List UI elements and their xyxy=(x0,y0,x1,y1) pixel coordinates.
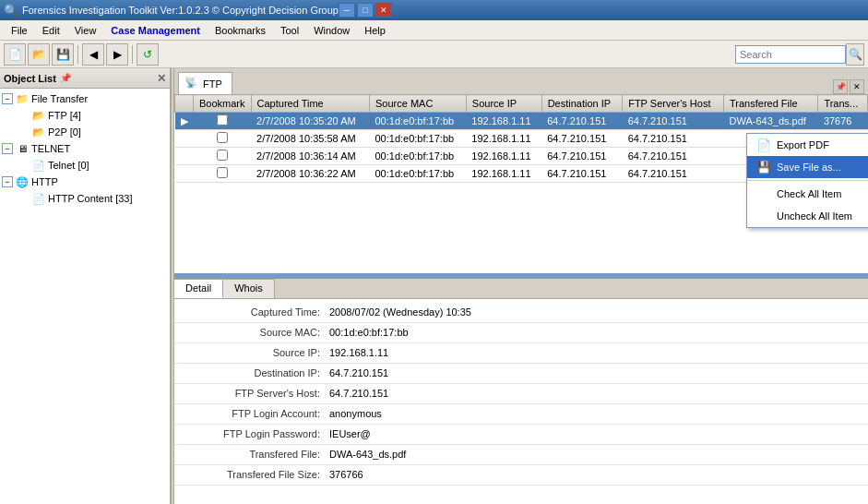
tab-whois[interactable]: Whois xyxy=(223,279,275,298)
detail-label: FTP Login Account: xyxy=(182,408,329,420)
tree-icon: 📁 xyxy=(15,91,30,106)
expand-btn[interactable]: − xyxy=(2,93,13,104)
ctx-check-all[interactable]: Check All Item xyxy=(747,183,868,205)
menu-edit[interactable]: Edit xyxy=(35,23,67,38)
detail-label: Captured Time: xyxy=(182,306,329,318)
bookmark-checkbox[interactable] xyxy=(217,167,228,178)
detail-tabs: Detail Whois xyxy=(174,279,868,299)
tree-label: File Transfer xyxy=(31,93,88,104)
bookmark-cell[interactable] xyxy=(194,148,252,165)
menu-tool[interactable]: Tool xyxy=(273,23,306,38)
pdf-icon: 📄 xyxy=(755,138,773,152)
col-dest-ip[interactable]: Destination IP xyxy=(541,95,622,113)
ctx-uncheck-all-label: Uncheck All Item xyxy=(777,210,852,222)
row-indicator xyxy=(175,130,194,148)
expand-btn[interactable]: − xyxy=(2,176,13,187)
maximize-button[interactable]: □ xyxy=(357,3,374,18)
detail-value: 64.7.210.151 xyxy=(329,367,388,379)
tree-node[interactable]: 📂FTP [4] xyxy=(2,107,168,124)
detail-row: FTP Login Password: IEUser@ xyxy=(174,425,868,445)
menu-file[interactable]: File xyxy=(4,23,35,38)
toolbar-forward[interactable]: ▶ xyxy=(106,43,128,66)
menu-help[interactable]: Help xyxy=(357,23,393,38)
detail-label: Transfered File Size: xyxy=(182,469,329,481)
detail-row: Transfered File Size: 376766 xyxy=(174,465,868,486)
tree-node[interactable]: −🖥TELNET xyxy=(2,140,168,157)
col-source-ip[interactable]: Source IP xyxy=(466,95,541,113)
window-controls: ─ □ ✕ xyxy=(339,3,392,18)
search-input[interactable] xyxy=(735,45,846,64)
source-mac-cell: 00:1d:e0:bf:17:bb xyxy=(370,113,467,130)
tree-node[interactable]: −📁File Transfer xyxy=(2,90,168,107)
source-ip-cell: 192.168.1.11 xyxy=(466,165,541,183)
bottom-section: Detail Whois Captured Time: 2008/07/02 (… xyxy=(174,277,868,504)
uncheck-all-icon xyxy=(755,209,773,223)
panel-pin-btn[interactable]: 📌 xyxy=(833,79,848,94)
tree-icon: 📂 xyxy=(31,125,46,139)
dest-ip-cell: 64.7.210.151 xyxy=(541,165,622,183)
tree-icon: 📄 xyxy=(31,158,46,173)
search-button[interactable]: 🔍 xyxy=(846,43,864,66)
dest-ip-cell: 64.7.210.151 xyxy=(541,113,622,130)
tree-node[interactable]: 📂P2P [0] xyxy=(2,124,168,140)
detail-value: anonymous xyxy=(329,408,382,420)
bookmark-checkbox[interactable] xyxy=(217,132,228,143)
toolbar-save[interactable]: 💾 xyxy=(52,43,74,66)
ftp-tab-icon: 📡 xyxy=(184,77,199,91)
tab-detail[interactable]: Detail xyxy=(174,279,223,298)
toolbar-new[interactable]: 📄 xyxy=(4,43,26,66)
col-transfered-file[interactable]: Transfered File xyxy=(724,95,818,113)
detail-value: 376766 xyxy=(329,469,363,481)
toolbar-refresh[interactable]: ↺ xyxy=(137,43,159,66)
tree-node[interactable]: −🌐HTTP xyxy=(2,174,168,190)
toolbar-open[interactable]: 📂 xyxy=(28,43,50,66)
tree-label: TELNET xyxy=(31,143,70,154)
tree-label: FTP [4] xyxy=(48,110,81,121)
detail-value: DWA-643_ds.pdf xyxy=(329,449,406,461)
bookmark-cell[interactable] xyxy=(194,113,252,130)
ctx-save-file[interactable]: 💾 Save File as... xyxy=(747,156,868,178)
row-arrow: ▶ xyxy=(181,115,188,126)
tab-bar: 📡 FTP 📌 ✕ xyxy=(174,68,868,94)
bookmark-cell[interactable] xyxy=(194,130,252,148)
col-source-mac[interactable]: Source MAC xyxy=(370,95,467,113)
menu-bookmarks[interactable]: Bookmarks xyxy=(208,23,273,38)
detail-row: Captured Time: 2008/07/02 (Wednesday) 10… xyxy=(174,303,868,323)
close-button[interactable]: ✕ xyxy=(375,3,392,18)
tree-area: −📁File Transfer📂FTP [4]📂P2P [0]−🖥TELNET📄… xyxy=(0,89,170,504)
titlebar-text: Forensics Investigation Toolkit Ver:1.0.… xyxy=(22,5,339,16)
ctx-uncheck-all[interactable]: Uncheck All Item xyxy=(747,205,868,227)
tree-node[interactable]: 📄Telnet [0] xyxy=(2,157,168,174)
toolbar-back[interactable]: ◀ xyxy=(82,43,104,66)
expand-btn[interactable]: − xyxy=(2,143,13,154)
object-list-pin[interactable]: 📌 xyxy=(60,73,71,83)
col-bookmark[interactable]: Bookmark xyxy=(194,95,252,113)
ftp-host-cell: 64.7.210.151 xyxy=(623,148,724,165)
tab-ftp[interactable]: 📡 FTP xyxy=(178,72,232,94)
detail-label: Transfered File: xyxy=(182,449,329,461)
col-ftp-host[interactable]: FTP Server's Host xyxy=(623,95,724,113)
bookmark-checkbox[interactable] xyxy=(217,114,228,126)
col-trans[interactable]: Trans... xyxy=(818,95,868,113)
table-area: Bookmark Captured Time Source MAC Source… xyxy=(174,94,868,273)
detail-row: FTP Server's Host: 64.7.210.151 xyxy=(174,384,868,404)
bookmark-cell[interactable] xyxy=(194,165,252,183)
source-mac-cell: 00:1d:e0:bf:17:bb xyxy=(370,148,467,165)
ctx-export-pdf[interactable]: 📄 Export PDF xyxy=(747,134,868,156)
main-layout: Object List 📌 ✕ −📁File Transfer📂FTP [4]📂… xyxy=(0,68,868,504)
col-indicator xyxy=(175,95,194,113)
bookmark-checkbox[interactable] xyxy=(217,150,228,161)
object-list-close[interactable]: ✕ xyxy=(157,72,166,85)
menu-view[interactable]: View xyxy=(67,23,104,38)
detail-value: 64.7.210.151 xyxy=(329,388,388,400)
detail-row: FTP Login Account: anonymous xyxy=(174,404,868,425)
menu-case-management[interactable]: Case Management xyxy=(103,23,208,38)
menubar: File Edit View Case Management Bookmarks… xyxy=(0,20,868,41)
menu-window[interactable]: Window xyxy=(306,23,357,38)
tree-node[interactable]: 📄HTTP Content [33] xyxy=(2,190,168,207)
col-captured-time[interactable]: Captured Time xyxy=(251,95,369,113)
minimize-button[interactable]: ─ xyxy=(339,3,355,18)
table-row[interactable]: ▶ 2/7/2008 10:35:20 AM 00:1d:e0:bf:17:bb… xyxy=(175,113,868,130)
source-mac-cell: 00:1d:e0:bf:17:bb xyxy=(370,130,467,148)
panel-close-btn[interactable]: ✕ xyxy=(850,79,864,94)
